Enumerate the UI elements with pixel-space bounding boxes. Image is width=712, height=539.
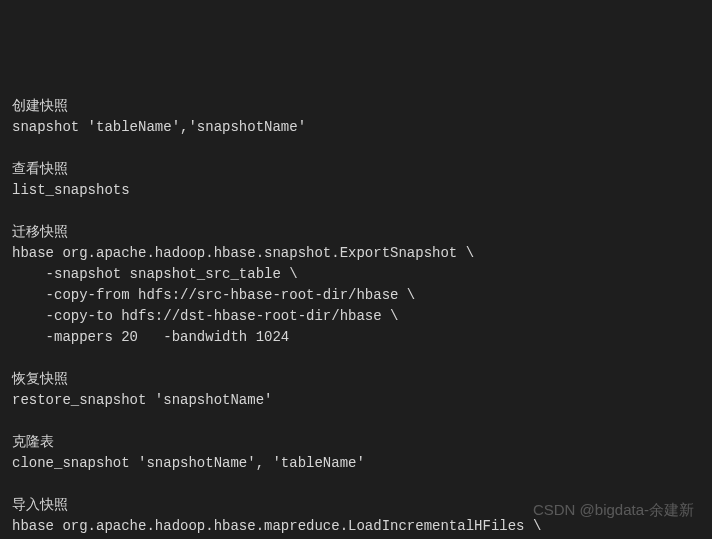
section-title-create: 创建快照 <box>12 98 68 114</box>
watermark: CSDN @bigdata-余建新 <box>533 499 694 522</box>
section-code-restore: restore_snapshot 'snapshotName' <box>12 392 272 408</box>
code-document: 创建快照 snapshot 'tableName','snapshotName'… <box>12 96 700 539</box>
section-code-list: list_snapshots <box>12 182 130 198</box>
section-code-create: snapshot 'tableName','snapshotName' <box>12 119 306 135</box>
section-code-clone: clone_snapshot 'snapshotName', 'tableNam… <box>12 455 365 471</box>
section-title-import: 导入快照 <box>12 497 68 513</box>
section-title-list: 查看快照 <box>12 161 68 177</box>
section-title-restore: 恢复快照 <box>12 371 68 387</box>
section-title-migrate: 迁移快照 <box>12 224 68 240</box>
section-code-migrate: hbase org.apache.hadoop.hbase.snapshot.E… <box>12 245 474 345</box>
section-code-import: hbase org.apache.hadoop.hbase.mapreduce.… <box>12 518 659 539</box>
section-title-clone: 克隆表 <box>12 434 54 450</box>
